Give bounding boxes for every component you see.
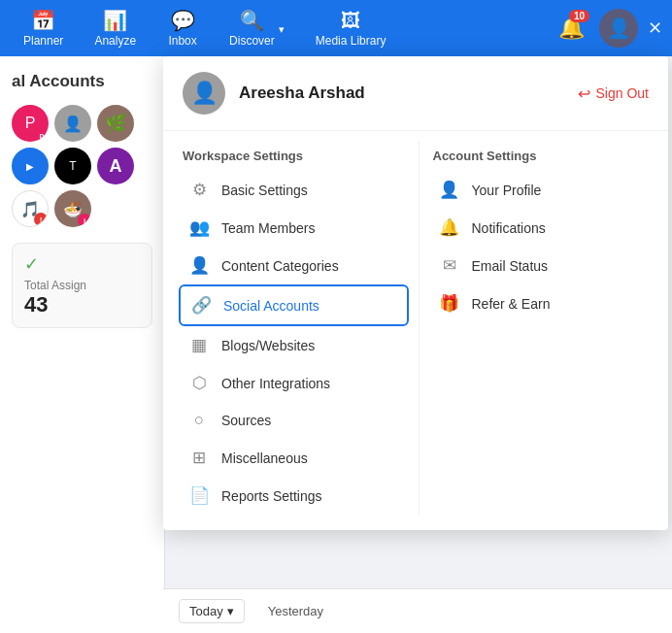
left-panel-title: al Accounts — [12, 72, 152, 91]
misc-icon: ⊞ — [188, 448, 210, 468]
menu-label-basic-settings: Basic Settings — [221, 183, 308, 198]
user-dropdown: 👤 Areesha Arshad ↩ Sign Out Workspace Se… — [163, 56, 668, 530]
menu-label-miscellaneous: Miscellaneous — [221, 450, 308, 466]
workspace-section-title: Workspace Settings — [179, 149, 409, 163]
integrations-icon: ⬡ — [188, 373, 210, 393]
discover-arrow-icon: ▾ — [279, 23, 285, 36]
stat-card: ✓ Total Assign 43 — [12, 243, 152, 328]
signout-icon: ↩ — [578, 84, 590, 103]
menu-item-email-status[interactable]: ✉ Email Status — [429, 247, 659, 284]
menu-item-basic-settings[interactable]: ⚙ Basic Settings — [179, 171, 409, 209]
menu-label-content-categories: Content Categories — [221, 258, 339, 274]
menu-item-your-profile[interactable]: 👤 Your Profile — [429, 171, 659, 209]
menu-item-miscellaneous[interactable]: ⊞ Miscellaneous — [179, 439, 409, 477]
today-select[interactable]: Today ▾ — [179, 599, 245, 623]
menu-label-reports-settings: Reports Settings — [221, 488, 322, 504]
menu-item-content-categories[interactable]: 👤 Content Categories — [179, 247, 409, 284]
social-accounts-icon: 🔗 — [190, 295, 212, 316]
reports-icon: 📄 — [188, 485, 210, 506]
workspace-settings-column: Workspace Settings ⚙ Basic Settings 👥 Te… — [163, 141, 419, 515]
gift-icon: 🎁 — [439, 293, 460, 314]
account-avatar-1[interactable]: P p — [12, 105, 49, 142]
categories-icon: 👤 — [188, 255, 210, 276]
email-icon: ✉ — [439, 255, 460, 276]
account-avatar-4[interactable]: ▶ — [12, 148, 49, 184]
yesterday-tab[interactable]: Yesterday — [268, 600, 323, 622]
stat-check-icon: ✓ — [24, 253, 140, 275]
menu-item-sources[interactable]: ○ Sources — [179, 402, 409, 439]
account-avatar-3[interactable]: 🌿 — [97, 105, 134, 142]
account-settings-column: Account Settings 👤 Your Profile 🔔 Notifi… — [419, 141, 669, 515]
nav-label-analyze: Analyze — [94, 34, 136, 48]
inbox-icon: 💬 — [171, 9, 195, 32]
team-icon: 👥 — [188, 217, 210, 238]
nav-item-analyze[interactable]: 📊 Analyze — [81, 3, 150, 53]
blogs-icon: ▦ — [188, 335, 210, 355]
account-avatar-8[interactable]: 🍜 i — [54, 190, 91, 227]
media-library-icon: 🖼 — [341, 10, 360, 32]
menu-label-refer-earn: Refer & Earn — [472, 296, 551, 312]
menu-label-team-members: Team Members — [221, 220, 315, 236]
left-panel: al Accounts P p 👤 🌿 ▶ T A — [0, 56, 165, 633]
menu-label-sources: Sources — [221, 413, 271, 428]
main-area: al Accounts P p 👤 🌿 ▶ T A — [0, 56, 672, 633]
dropdown-body: Workspace Settings ⚙ Basic Settings 👥 Te… — [163, 131, 668, 530]
nav-item-discover[interactable]: 🔍 Discover ▾ — [216, 3, 298, 53]
dropdown-avatar: 👤 — [183, 72, 225, 115]
notification-bell-button[interactable]: 🔔 10 — [551, 8, 591, 49]
menu-label-email-status: Email Status — [472, 258, 549, 274]
account-avatars-list: P p 👤 🌿 ▶ T A 🎵 ! 🍜 — [12, 105, 152, 227]
notification-badge: 10 — [569, 10, 589, 22]
menu-label-blogs-websites: Blogs/Websites — [221, 338, 315, 353]
menu-item-refer-earn[interactable]: 🎁 Refer & Earn — [429, 284, 659, 322]
nav-label-media-library: Media Library — [316, 34, 386, 48]
nav-item-planner[interactable]: 📅 Planner — [10, 3, 77, 53]
sources-icon: ○ — [188, 411, 210, 430]
menu-item-other-integrations[interactable]: ⬡ Other Integrations — [179, 364, 409, 402]
account-avatar-5[interactable]: T — [54, 148, 91, 184]
account-avatar-7[interactable]: 🎵 ! — [12, 190, 49, 227]
signout-button[interactable]: ↩ Sign Out — [578, 84, 649, 103]
menu-item-blogs-websites[interactable]: ▦ Blogs/Websites — [179, 326, 409, 364]
menu-label-other-integrations: Other Integrations — [221, 376, 330, 391]
signout-label: Sign Out — [596, 85, 649, 101]
menu-label-your-profile: Your Profile — [472, 183, 542, 198]
menu-item-social-accounts[interactable]: 🔗 Social Accounts — [179, 284, 409, 326]
nav-label-planner: Planner — [23, 34, 63, 48]
menu-label-social-accounts: Social Accounts — [223, 298, 319, 314]
menu-item-reports-settings[interactable]: 📄 Reports Settings — [179, 477, 409, 515]
account-section-title: Account Settings — [429, 149, 659, 163]
today-label: Today — [189, 604, 223, 618]
account-avatar-2[interactable]: 👤 — [54, 105, 91, 142]
stat-label: Total Assign — [24, 279, 140, 292]
dropdown-header: 👤 Areesha Arshad ↩ Sign Out — [163, 56, 668, 131]
discover-icon: 🔍 — [240, 9, 264, 32]
nav-label-inbox: Inbox — [168, 34, 196, 48]
nav-label-discover: Discover — [229, 34, 275, 48]
top-navigation: 📅 Planner 📊 Analyze 💬 Inbox 🔍 Discover ▾… — [0, 0, 672, 56]
dropdown-username: Areesha Arshad — [239, 83, 564, 103]
bottom-bar: Today ▾ Yesterday — [163, 588, 672, 633]
account-badge-8: i — [78, 214, 91, 227]
notifications-icon: 🔔 — [439, 217, 460, 238]
planner-icon: 📅 — [31, 9, 55, 32]
nav-item-inbox[interactable]: 💬 Inbox — [153, 3, 212, 53]
stat-value: 43 — [24, 292, 140, 317]
menu-label-notifications: Notifications — [472, 220, 546, 236]
today-arrow-icon: ▾ — [227, 604, 234, 618]
account-badge-1: p — [35, 128, 49, 142]
analyze-icon: 📊 — [103, 9, 127, 32]
account-badge-7: ! — [34, 213, 48, 226]
close-button[interactable]: ✕ — [648, 17, 662, 39]
menu-item-team-members[interactable]: 👥 Team Members — [179, 209, 409, 247]
user-avatar[interactable]: 👤 — [599, 9, 638, 48]
gear-icon: ⚙ — [188, 180, 210, 200]
account-avatar-6[interactable]: A — [97, 148, 134, 184]
profile-icon: 👤 — [439, 180, 460, 200]
avatar-icon: 👤 — [607, 17, 631, 40]
menu-item-notifications[interactable]: 🔔 Notifications — [429, 209, 659, 247]
nav-item-media-library[interactable]: 🖼 Media Library — [302, 4, 400, 53]
